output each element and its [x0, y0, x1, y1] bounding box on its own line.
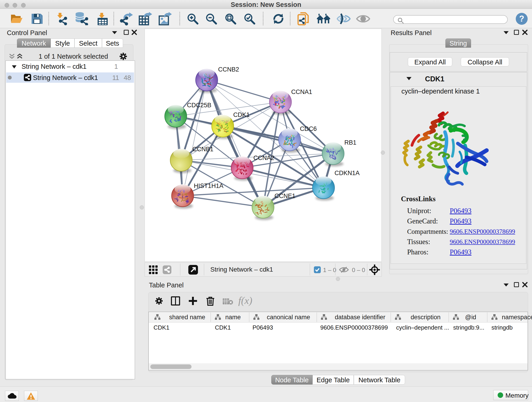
svg-text:CDC25B: CDC25B: [187, 102, 211, 109]
svg-text:CCNA1: CCNA1: [291, 89, 312, 95]
svg-text:HIST1H1A: HIST1H1A: [194, 182, 223, 189]
svg-text:CCNE1: CCNE1: [274, 192, 296, 199]
svg-text:?: ?: [519, 14, 524, 23]
svg-text:CCNA2: CCNA2: [253, 154, 274, 161]
svg-text:CCNB2: CCNB2: [218, 66, 239, 73]
svg-text:CDKN1A: CDKN1A: [335, 170, 360, 177]
svg-text:CDC6: CDC6: [300, 125, 317, 132]
svg-text:CDK1: CDK1: [233, 111, 250, 118]
svg-text:RB1: RB1: [344, 139, 356, 146]
svg-text:CCNB1: CCNB1: [192, 146, 214, 153]
